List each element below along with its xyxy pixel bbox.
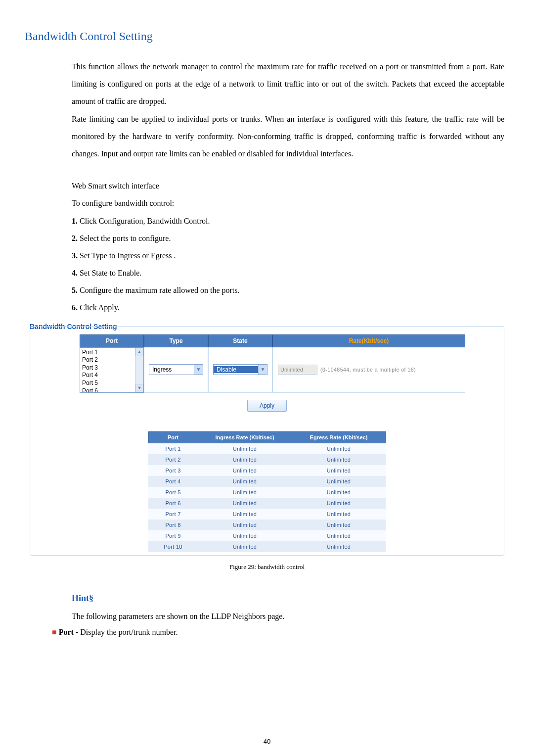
step-2-num: 2.	[72, 234, 78, 242]
rate-table-header-ingress: Ingress Rate (Kbit/sec)	[198, 431, 292, 443]
rate-table-header-egress: Egress Rate (Kbit/sec)	[292, 431, 386, 443]
table-row: Port 2UnlimitedUnlimited	[148, 454, 386, 465]
cell-egress: Unlimited	[292, 520, 386, 530]
page-heading: Bandwidth Control Setting	[25, 30, 509, 43]
step-5: 5. Configure the maximum rate allowed on…	[72, 282, 504, 299]
step-1-text: Click Configuration, Bandwidth Control.	[78, 217, 210, 225]
step-2-text: Select the ports to configure.	[78, 234, 171, 242]
apply-button[interactable]: Apply	[247, 400, 287, 412]
cell-port: Port 9	[148, 530, 198, 541]
cell-ingress: Unlimited	[198, 487, 292, 498]
table-row: Port 1UnlimitedUnlimited	[148, 443, 386, 454]
config-intro-line: To configure bandwidth control:	[72, 194, 504, 212]
cell-port: Port 4	[148, 476, 198, 487]
control-header-row: Port Type State Rate(Kbit/sec)	[80, 334, 504, 347]
state-select-cell: Disable ▼	[208, 347, 272, 393]
cell-ingress: Unlimited	[198, 530, 292, 541]
cell-port: Port 7	[148, 509, 198, 520]
cell-egress: Unlimited	[292, 476, 386, 487]
header-rate: Rate(Kbit/sec)	[272, 334, 465, 347]
bandwidth-control-panel: Port Type State Rate(Kbit/sec) Port 1 Po…	[30, 326, 504, 556]
cell-egress: Unlimited	[292, 443, 386, 454]
cell-egress: Unlimited	[292, 541, 386, 552]
scroll-down-icon[interactable]: ▼	[135, 384, 143, 392]
cell-egress: Unlimited	[292, 454, 386, 465]
table-row: Port 3UnlimitedUnlimited	[148, 465, 386, 476]
step-3: 3. Set Type to Ingress or Egress .	[72, 247, 504, 264]
step-3-text: Set Type to Ingress or Egress .	[78, 251, 176, 260]
hint-bullet-label: Port -	[59, 628, 81, 636]
port-option[interactable]: Port 2	[82, 356, 133, 364]
type-select[interactable]: Ingress ▼	[149, 364, 203, 375]
rate-table-body: Port 1UnlimitedUnlimited Port 2Unlimited…	[148, 443, 386, 552]
cell-port: Port 3	[148, 465, 198, 476]
listbox-scrollbar[interactable]: ▲ ▼	[135, 348, 143, 392]
table-row: Port 5UnlimitedUnlimited	[148, 487, 386, 498]
step-3-num: 3.	[72, 251, 78, 260]
table-row: Port 10UnlimitedUnlimited	[148, 541, 386, 552]
port-option[interactable]: Port 4	[82, 372, 133, 379]
hint-paragraph: The following parameters are shown on th…	[72, 609, 504, 624]
header-type: Type	[144, 334, 208, 347]
step-4-num: 4.	[72, 269, 78, 277]
cell-port: Port 8	[148, 520, 198, 530]
port-option[interactable]: Port 3	[82, 364, 133, 372]
port-multiselect[interactable]: Port 1 Port 2 Port 3 Port 4 Port 5 Port …	[80, 347, 144, 393]
rate-table-header-port: Port	[148, 431, 198, 443]
paragraph-1: This function allows the network manager…	[72, 58, 504, 110]
state-select-value: Disable	[214, 366, 258, 373]
step-4-text: Set State to Enable.	[78, 269, 141, 277]
chevron-down-icon[interactable]: ▼	[194, 365, 203, 375]
hint-heading: Hint§	[72, 593, 509, 604]
rate-input[interactable]	[278, 365, 317, 375]
cell-port: Port 6	[148, 498, 198, 509]
header-port: Port	[80, 334, 144, 347]
cell-ingress: Unlimited	[198, 465, 292, 476]
paragraph-2: Rate limiting can be applied to individu…	[72, 110, 504, 163]
step-4: 4. Set State to Enable.	[72, 264, 504, 282]
cell-ingress: Unlimited	[198, 520, 292, 530]
step-6: 6. Click Apply.	[72, 299, 504, 316]
port-option[interactable]: Port 6	[82, 387, 133, 392]
step-6-text: Click Apply.	[78, 303, 120, 312]
cell-egress: Unlimited	[292, 487, 386, 498]
table-row: Port 4UnlimitedUnlimited	[148, 476, 386, 487]
scroll-up-icon[interactable]: ▲	[135, 348, 143, 356]
step-1-num: 1.	[72, 217, 78, 225]
cell-ingress: Unlimited	[198, 454, 292, 465]
port-list-items[interactable]: Port 1 Port 2 Port 3 Port 4 Port 5 Port …	[80, 348, 135, 392]
type-select-cell: Ingress ▼	[144, 347, 208, 393]
page-number: 40	[0, 738, 534, 745]
cell-ingress: Unlimited	[198, 476, 292, 487]
chevron-down-icon[interactable]: ▼	[258, 365, 267, 375]
type-select-value: Ingress	[149, 366, 194, 373]
rate-hint-text: (0-1048544, must be a multiple of 16)	[320, 367, 416, 373]
cell-port: Port 10	[148, 541, 198, 552]
cell-port: Port 1	[148, 443, 198, 454]
table-row: Port 6UnlimitedUnlimited	[148, 498, 386, 509]
control-input-row: Port 1 Port 2 Port 3 Port 4 Port 5 Port …	[80, 347, 504, 393]
web-interface-line: Web Smart switch interface	[72, 177, 504, 194]
hint-bullet-text: Display the port/trunk number.	[80, 628, 178, 636]
step-5-text: Configure the maximum rate allowed on th…	[78, 286, 239, 294]
table-row: Port 7UnlimitedUnlimited	[148, 509, 386, 520]
step-2: 2. Select the ports to configure.	[72, 230, 504, 247]
port-option[interactable]: Port 1	[82, 349, 133, 357]
cell-ingress: Unlimited	[198, 498, 292, 509]
cell-egress: Unlimited	[292, 509, 386, 520]
port-option[interactable]: Port 5	[82, 379, 133, 387]
state-select[interactable]: Disable ▼	[213, 364, 267, 375]
cell-egress: Unlimited	[292, 498, 386, 509]
rate-table: Port Ingress Rate (Kbit/sec) Egress Rate…	[148, 431, 386, 552]
rate-cell: (0-1048544, must be a multiple of 16)	[272, 347, 465, 393]
header-state: State	[208, 334, 272, 347]
cell-port: Port 5	[148, 487, 198, 498]
cell-port: Port 2	[148, 454, 198, 465]
cell-ingress: Unlimited	[198, 509, 292, 520]
figure-caption: Figure 29: bandwidth control	[25, 563, 509, 571]
bullet-icon: ■	[52, 628, 57, 636]
cell-egress: Unlimited	[292, 465, 386, 476]
cell-ingress: Unlimited	[198, 443, 292, 454]
table-row: Port 9UnlimitedUnlimited	[148, 530, 386, 541]
step-1: 1. Click Configuration, Bandwidth Contro…	[72, 212, 504, 230]
